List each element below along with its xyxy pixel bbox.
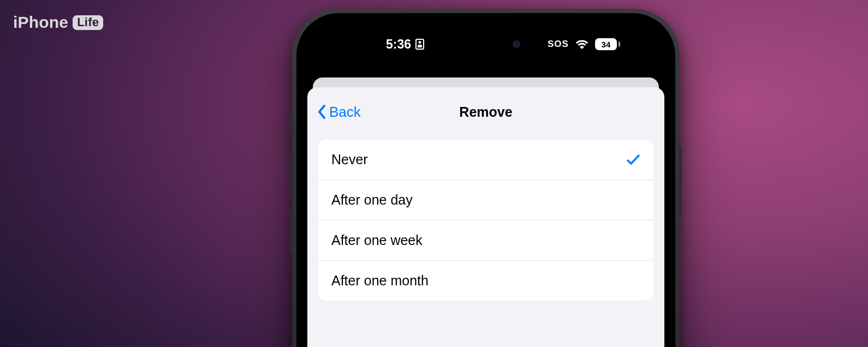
phone-bezel: 5:36 SOS 34 [296,13,675,347]
option-label: After one month [331,273,429,289]
id-card-icon [415,39,424,50]
power-button [679,146,682,217]
wifi-icon [575,39,588,49]
iphonelife-watermark: iPhone Life [13,13,103,32]
option-label: Never [331,152,368,167]
stage: iPhone Life 5:36 SOS [0,0,868,347]
status-sos: SOS [548,39,569,50]
watermark-badge: Life [73,15,103,30]
battery-indicator: 34 [595,38,620,50]
page-title: Remove [307,104,664,120]
battery-level: 34 [595,38,617,50]
screen: 5:36 SOS 34 [304,21,668,347]
option-label: After one week [331,232,423,248]
side-button [290,112,293,136]
dynamic-island [439,33,532,55]
option-never[interactable]: Never [318,140,653,180]
back-button[interactable]: Back [317,104,361,121]
options-list: Never After one day After one week [318,140,653,301]
checkmark-icon [626,154,640,166]
chevron-left-icon [317,104,327,119]
nav-bar: Back Remove [307,87,664,136]
back-label: Back [329,104,361,121]
volume-down-button [290,206,293,253]
settings-sheet: Back Remove Never After one day [307,87,664,347]
phone-frame: 5:36 SOS 34 [292,9,680,347]
option-label: After one day [331,192,413,208]
option-after-one-day[interactable]: After one day [318,180,653,220]
watermark-brand: iPhone [13,13,68,32]
status-time: 5:36 [386,37,411,52]
status-bar: 5:36 SOS 34 [304,21,668,61]
option-after-one-month[interactable]: After one month [318,261,653,301]
volume-up-button [290,151,293,198]
option-after-one-week[interactable]: After one week [318,220,653,261]
